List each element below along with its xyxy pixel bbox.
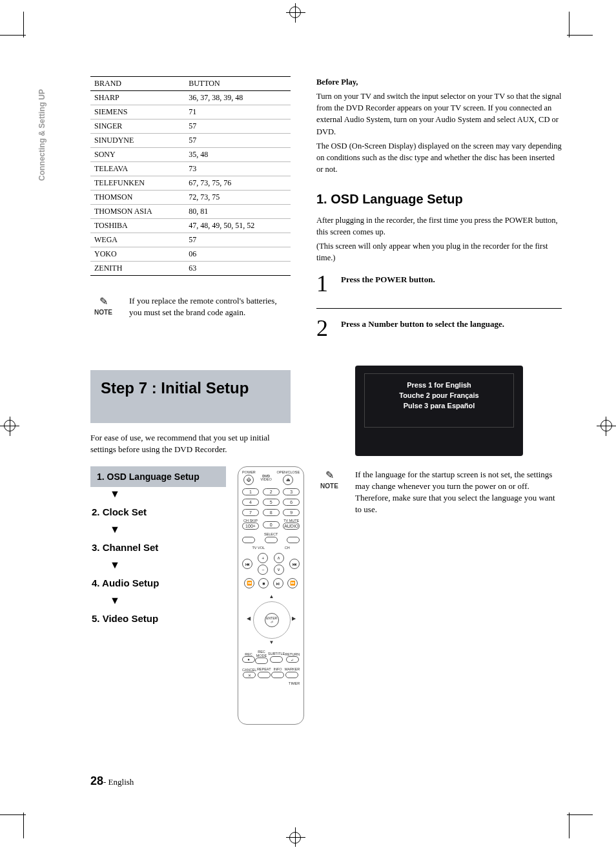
arrow-down-icon: ▼ [90, 523, 226, 537]
flow-step-3: 3. Channel Set [90, 537, 213, 558]
note-text: If you replace the remote control's batt… [129, 295, 291, 318]
remote-illustration: POWER ⏻ DVD VIDEO OPEN/CLOSE ⏏ 123 [238, 466, 304, 725]
table-row: SONY35, 48 [90, 148, 291, 162]
table-row: YOKO06 [90, 247, 291, 262]
table-row: SINUDYNE57 [90, 134, 291, 148]
arrow-down-icon: ▼ [90, 558, 226, 572]
power-button-icon: ⏻ [243, 475, 254, 485]
side-tab: Connecting & Setting UP [37, 89, 46, 181]
screen-line-1: Press 1 for English [407, 381, 471, 389]
arrow-down-icon: ▼ [90, 594, 226, 608]
note-label: NOTE [316, 482, 342, 490]
table-row: TELEAVA73 [90, 162, 291, 176]
table-row: TOSHIBA47, 48, 49, 50, 51, 52 [90, 219, 291, 233]
page-lang: - English [103, 777, 134, 787]
before-play-title: Before Play, [316, 78, 358, 87]
side-tab-text: Connecting & Setting UP [37, 89, 46, 181]
remote-dpad: ▲ ▼ ◀ ▶ ENTER⏎ [245, 594, 297, 645]
before-play-p1: Turn on your TV and switch the input sel… [316, 90, 562, 138]
table-row: SHARP36, 37, 38, 39, 48 [90, 91, 291, 105]
brand-code-table: BRAND BUTTON SHARP36, 37, 38, 39, 48SIEM… [90, 76, 291, 276]
screen-line-3: Pulse 3 para Español [404, 402, 475, 409]
rewind-icon: ⏪ [244, 578, 254, 588]
rec-icon: ● [242, 656, 255, 663]
forward-icon: ⏩ [287, 578, 298, 588]
before-play-block: Before Play, Turn on your TV and switch … [316, 76, 562, 175]
table-row: SINGER57 [90, 119, 291, 134]
step-1: 1 Press the POWER button. [316, 267, 562, 309]
arrow-down-icon: ▼ [90, 487, 226, 501]
note-language: ✎ NOTE If the language for the startup s… [316, 469, 562, 516]
next-icon: ⏭ [289, 559, 300, 569]
osd-body1: After plugging in the recorder, the firs… [316, 214, 562, 238]
note-battery: ✎ NOTE If you replace the remote control… [90, 295, 291, 318]
table-row: ZENITH63 [90, 262, 291, 276]
step-1-number: 1 [316, 272, 333, 295]
note-language-text: If the language for the startup screen i… [355, 469, 562, 516]
step7-title: Step 7 : Initial Setup [101, 379, 280, 397]
flow-step-2: 2. Clock Set [90, 501, 213, 523]
page-footer: 28- English [90, 774, 134, 788]
note-label: NOTE [90, 309, 116, 316]
step-1-text: Press the POWER button. [341, 272, 435, 295]
table-header-brand: BRAND [90, 77, 185, 91]
before-play-p2: The OSD (On-Screen Display) displayed on… [316, 140, 562, 175]
step-2: 2 Press a Number button to select the la… [316, 311, 562, 353]
table-row: SIEMENS71 [90, 105, 291, 119]
prev-icon: ⏮ [242, 559, 252, 569]
flow-step-1: 1. OSD Language Setup [90, 466, 226, 487]
step7-intro: For ease of use, we recommend that you s… [90, 432, 291, 455]
step7-banner: Step 7 : Initial Setup [90, 370, 291, 423]
table-row: THOMSON ASIA80, 81 [90, 205, 291, 219]
stop-icon: ■ [258, 578, 269, 588]
eject-icon: ⏏ [283, 475, 293, 485]
flow-step-4: 4. Audio Setup [90, 572, 213, 594]
tv-screen-sim: Press 1 for English Touche 2 pour França… [355, 366, 523, 456]
flow-step-5: 5. Video Setup [90, 608, 213, 629]
step-2-text: Press a Number button to select the lang… [341, 316, 504, 340]
osd-section-head: 1. OSD Language Setup [316, 192, 562, 207]
table-row: TELEFUNKEN67, 73, 75, 76 [90, 176, 291, 191]
screen-line-2: Touche 2 pour Français [399, 391, 478, 399]
table-header-button: BUTTON [185, 77, 291, 91]
setup-flow: 1. OSD Language Setup ▼ 2. Clock Set ▼ 3… [90, 466, 226, 725]
osd-body2: (This screen will only appear when you p… [316, 240, 562, 264]
step-2-number: 2 [316, 316, 333, 340]
page-number: 28 [90, 774, 103, 787]
pencil-icon: ✎ [90, 295, 116, 307]
play-pause-icon: ⏯ [273, 578, 283, 588]
table-row: THOMSON72, 73, 75 [90, 191, 291, 205]
pencil-icon: ✎ [316, 469, 342, 481]
table-row: WEGA57 [90, 233, 291, 247]
